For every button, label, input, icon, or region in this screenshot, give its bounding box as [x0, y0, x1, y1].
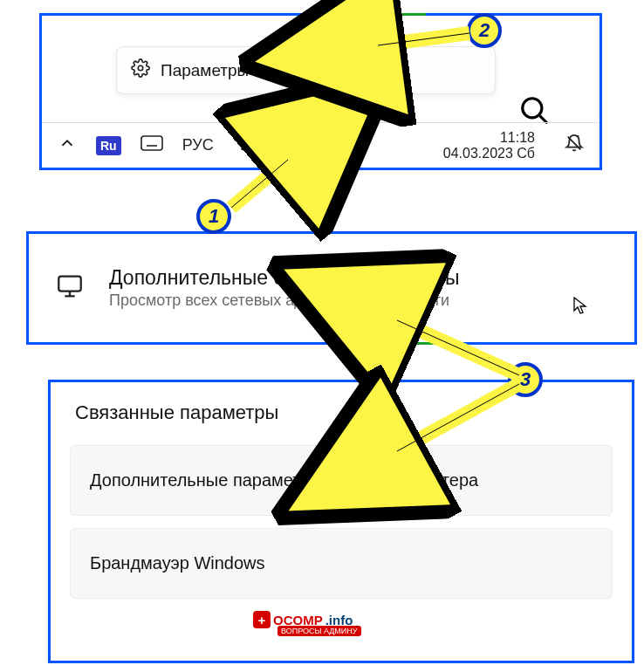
svg-point-0	[138, 65, 143, 71]
taskbar-datetime[interactable]: 11:18 04.03.2023 Сб	[443, 130, 535, 161]
wifi-icon[interactable]	[233, 134, 252, 157]
option-label: Брандмауэр Windows	[90, 553, 265, 573]
related-settings-heading: Связанные параметры	[51, 382, 632, 433]
advanced-network-title: Дополнительные сетевые параметры	[109, 266, 460, 290]
right-click-icon: ٠٠٠	[353, 441, 376, 472]
taskbar-time: 11:18	[443, 130, 535, 146]
panel-advanced-network-settings[interactable]: Дополнительные сетевые параметры Просмот…	[26, 231, 637, 345]
language-text[interactable]: РУС	[182, 136, 214, 154]
right-click-icon: ٠٠٠	[353, 307, 376, 339]
chevron-up-icon[interactable]	[58, 134, 77, 157]
step-badge-3: 3	[508, 362, 543, 397]
watermark-suffix: .info	[325, 613, 353, 627]
context-menu-item-network-settings[interactable]: Параметры сети и Интернета	[116, 46, 496, 94]
language-badge[interactable]: Ru	[96, 136, 121, 155]
taskbar-date: 04.03.2023 Сб	[443, 146, 535, 161]
cursor-icon	[381, 493, 395, 515]
watermark-tag: ВОПРОСЫ АДМИНУ	[277, 626, 361, 636]
gear-icon	[131, 58, 150, 82]
plus-icon: +	[253, 611, 271, 628]
notifications-icon[interactable]	[565, 134, 584, 157]
watermark: + OCOMP.info ВОПРОСЫ АДМИНУ	[253, 611, 353, 628]
keyboard-icon[interactable]	[140, 135, 163, 155]
right-click-icon: ٠٠٠	[292, 155, 315, 187]
step-badge-1: 1	[196, 199, 231, 234]
right-click-icon: ٠٠٠	[340, 31, 363, 63]
watermark-brand: OCOMP	[273, 613, 323, 627]
option-label: Дополнительные параметры сетевого адапте…	[90, 470, 478, 490]
svg-point-10	[242, 148, 243, 150]
settings-row: Дополнительные сетевые параметры Просмот…	[29, 234, 634, 342]
cursor-icon	[302, 138, 316, 160]
option-windows-firewall[interactable]: Брандмауэр Windows	[70, 528, 613, 599]
svg-rect-16	[58, 277, 81, 291]
advanced-network-subtitle: Просмотр всех сетевых адаптеров, сброс с…	[109, 291, 460, 310]
cursor-icon	[573, 297, 587, 319]
monitor-icon	[55, 271, 85, 305]
svg-point-1	[523, 99, 542, 118]
svg-rect-3	[141, 136, 162, 150]
highlight-bar	[312, 13, 426, 16]
step-badge-2: 2	[467, 13, 502, 48]
